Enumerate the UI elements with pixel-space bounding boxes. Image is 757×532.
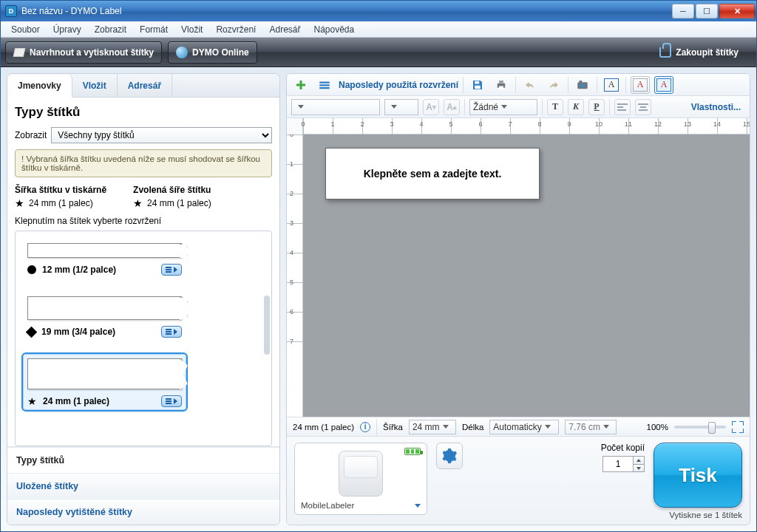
star-marker-icon: ★ <box>27 396 37 406</box>
left-tabs: Jmenovky Vložit Adresář <box>7 74 279 98</box>
design-and-print-button[interactable]: Navrhnout a vytisknout štítky <box>5 41 162 64</box>
copies-up[interactable] <box>633 456 645 464</box>
printer-settings-button[interactable] <box>436 443 463 469</box>
app-icon: D <box>5 5 17 17</box>
menu-edit[interactable]: Úpravy <box>47 23 87 36</box>
recent-layouts-label[interactable]: Naposledy použitá rozvržení <box>339 80 458 90</box>
svg-rect-3 <box>319 84 330 86</box>
buy-labels-label: Zakoupit štítky <box>676 47 739 58</box>
label-type-filter[interactable]: Všechny typy štítků <box>51 127 272 143</box>
menu-view[interactable]: Zobrazit <box>89 23 132 36</box>
accordion-recent[interactable]: Naposledy vytištěné štítky <box>7 499 279 525</box>
print-icon-button[interactable] <box>492 76 511 94</box>
chosen-width-value: 24 mm (1 palec) <box>147 198 211 208</box>
label-option-24mm-text: 24 mm (1 palec) <box>43 396 109 406</box>
decrease-font-button[interactable]: A▾ <box>423 99 439 115</box>
text-color-red-button[interactable]: A <box>631 76 650 94</box>
text-color-selected-button[interactable]: A <box>654 76 673 94</box>
content-area: Jmenovky Vložit Adresář Typy štítků Zobr… <box>1 67 756 531</box>
properties-link[interactable]: Vlastnosti... <box>687 102 745 112</box>
increase-font-button[interactable]: A▴ <box>444 99 460 115</box>
left-accordion: Typy štítků Uložené štítky Naposledy vyt… <box>7 446 279 525</box>
menu-layout[interactable]: Rozvržení <box>210 23 262 36</box>
undo-button[interactable] <box>520 76 540 94</box>
tag-icon <box>13 47 25 58</box>
svg-rect-12 <box>580 81 583 83</box>
label-shape-24mm <box>27 358 182 389</box>
svg-rect-14 <box>617 106 623 108</box>
status-bar: 24 mm (1 palec) i Šířka 24 mm Délka Auto… <box>287 417 750 436</box>
copies-label: Počet kopií <box>601 443 645 453</box>
minimize-button[interactable]: ─ <box>672 4 694 18</box>
window-title: Bez názvu - DYMO Label <box>21 6 121 16</box>
accordion-types[interactable]: Typy štítků <box>7 447 279 473</box>
label-shape-19mm <box>27 296 182 320</box>
copies-down[interactable] <box>633 464 645 472</box>
font-size-select[interactable] <box>384 99 418 115</box>
menu-insert[interactable]: Vložit <box>175 23 208 36</box>
canvas[interactable]: Klepněte sem a zadejte text. <box>303 134 750 417</box>
printer-image <box>339 451 383 497</box>
tab-labels[interactable]: Jmenovky <box>7 75 72 98</box>
print-caption: Vytiskne se 1 štítek <box>669 511 742 519</box>
border-style-select[interactable]: Žádné <box>469 99 537 115</box>
zoom-slider[interactable] <box>674 426 726 429</box>
battery-icon <box>404 448 421 455</box>
svg-rect-13 <box>617 103 628 105</box>
chosen-width-heading: Zvolená šíře štítku <box>133 185 211 195</box>
primary-toolbar: Navrhnout a vytisknout štítky DYMO Onlin… <box>1 38 756 67</box>
underline-button[interactable]: P <box>588 99 605 115</box>
status-length-value[interactable]: 7.76 cm <box>565 420 617 434</box>
svg-rect-4 <box>319 87 330 89</box>
zoom-value: 100% <box>647 423 668 432</box>
printer-dropdown-arrow-icon[interactable] <box>415 504 421 508</box>
maximize-button[interactable]: ☐ <box>696 4 718 18</box>
menu-help[interactable]: Nápověda <box>308 23 361 36</box>
copies-input[interactable] <box>602 456 634 472</box>
label-option-24mm[interactable]: ★ 24 mm (1 palec) <box>21 352 188 412</box>
copies-spinner[interactable] <box>602 456 645 472</box>
label-type-list[interactable]: 12 mm (1/2 palce) 19 mm (3/4 palce) <box>15 231 272 446</box>
close-button[interactable]: ✕ <box>719 4 755 18</box>
layouts-button-19mm[interactable] <box>161 326 182 338</box>
print-button[interactable]: Tisk <box>654 443 742 508</box>
tab-address[interactable]: Adresář <box>118 74 172 97</box>
snapshot-button[interactable] <box>573 76 592 94</box>
editor-panel: Naposledy použitá rozvržení <box>286 73 750 525</box>
left-panel: Jmenovky Vložit Adresář Typy štítků Zobr… <box>7 73 280 525</box>
svg-rect-16 <box>638 103 648 105</box>
italic-button[interactable]: K <box>568 99 584 115</box>
tab-insert[interactable]: Vložit <box>72 74 118 97</box>
svg-rect-17 <box>640 106 646 108</box>
bold-button[interactable]: T <box>547 99 563 115</box>
label-option-19mm[interactable]: 19 mm (3/4 palce) <box>21 290 188 342</box>
save-button[interactable] <box>468 76 487 94</box>
label-option-12mm[interactable]: 12 mm (1/2 palce) <box>21 237 188 280</box>
accordion-saved[interactable]: Uložené štítky <box>7 473 279 499</box>
align-left-button[interactable] <box>614 99 631 115</box>
printer-selector[interactable]: MobileLabeler <box>294 443 427 515</box>
layouts-button-24mm[interactable] <box>161 395 182 407</box>
layouts-button-12mm[interactable] <box>161 264 182 276</box>
svg-rect-2 <box>319 81 330 83</box>
info-icon[interactable]: i <box>360 422 370 432</box>
buy-labels-button[interactable]: Zakoupit štítky <box>652 41 746 64</box>
width-warning: ! Vybraná šířka štítku uvedená níže se m… <box>15 149 272 177</box>
a-red-icon: A <box>633 78 648 92</box>
fit-screen-button[interactable] <box>732 421 744 433</box>
layouts-icon[interactable] <box>315 76 334 94</box>
menu-file[interactable]: Soubor <box>5 23 46 36</box>
font-family-select[interactable] <box>291 99 380 115</box>
menu-address[interactable]: Adresář <box>263 23 306 36</box>
menu-format[interactable]: Formát <box>134 23 174 36</box>
diamond-marker-icon <box>26 326 38 338</box>
text-frame-button[interactable]: A <box>602 76 621 94</box>
add-button[interactable] <box>291 76 310 94</box>
redo-button[interactable] <box>544 76 563 94</box>
text-frame-a-icon: A <box>604 78 619 92</box>
align-center-button[interactable] <box>635 99 651 115</box>
label-preview[interactable]: Klepněte sem a zadejte text. <box>325 148 540 200</box>
dymo-online-button[interactable]: DYMO Online <box>168 41 257 64</box>
status-width-select[interactable]: 24 mm <box>409 420 456 434</box>
status-length-mode-select[interactable]: Automaticky <box>489 420 559 434</box>
